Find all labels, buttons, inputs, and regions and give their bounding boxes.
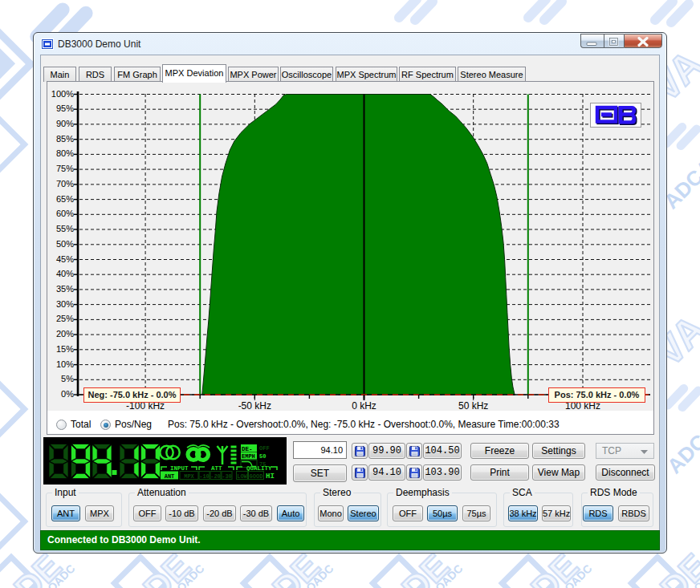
svg-text:HI: HI — [266, 472, 275, 481]
svg-text:MPX: MPX — [184, 473, 194, 480]
svg-text:50: 50 — [259, 453, 266, 460]
svg-text:ATT: ATT — [211, 465, 222, 472]
svg-text:LOW: LOW — [237, 473, 247, 480]
svg-text:INPUT: INPUT — [170, 465, 189, 472]
svg-text:QUALITY: QUALITY — [246, 465, 272, 472]
svg-text:GOOD: GOOD — [250, 473, 263, 480]
svg-text:-10: -10 — [199, 473, 210, 480]
svg-text:-20: -20 — [210, 473, 221, 480]
svg-text:DE-: DE- — [242, 446, 253, 452]
svg-text:OFF: OFF — [259, 445, 270, 452]
svg-text:-30: -30 — [222, 473, 232, 480]
svg-text:EMPH: EMPH — [242, 453, 255, 460]
svg-text:ANT: ANT — [165, 473, 175, 480]
